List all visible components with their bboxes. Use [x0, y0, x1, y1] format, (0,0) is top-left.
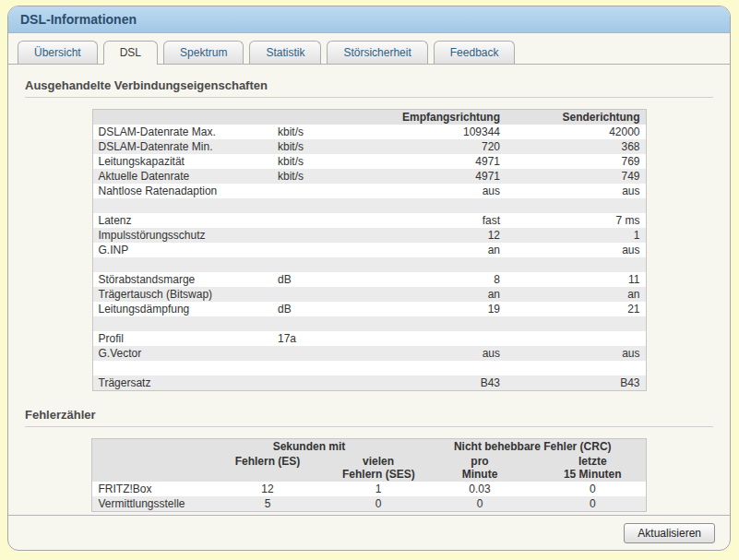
- table-row: FRITZ!Box1210.030: [92, 482, 646, 496]
- cell-unit: 17a: [272, 331, 369, 346]
- cell-unit: [272, 287, 369, 302]
- cell-unit: kbit/s: [272, 169, 369, 184]
- table-row: DSLAM-Datenrate Max.kbit/s10934442000: [92, 125, 646, 139]
- cell-name: Trägersatz: [92, 375, 272, 391]
- cell-name: Latenz: [92, 213, 272, 228]
- cell-value-0: 5: [198, 496, 337, 512]
- tab-dsl[interactable]: DSL: [103, 41, 158, 65]
- cell-unit: [272, 243, 369, 257]
- cell-name: Nahtlose Ratenadaption: [92, 184, 272, 198]
- spacer-row: [92, 361, 646, 375]
- subheader-cell-2: proMinute: [420, 454, 540, 482]
- cell-name: DSLAM-Datenrate Min.: [92, 139, 272, 154]
- content-area: Ausgehandelte Verbindungseigenschaften E…: [8, 65, 730, 515]
- table-row: Trägersatz B43B43: [92, 375, 646, 391]
- header-cell-rx: Empfangsrichtung: [369, 110, 506, 125]
- table-row: G.Vector ausaus: [92, 346, 646, 361]
- header-cell-empty: [272, 110, 369, 125]
- cell-rx: [369, 331, 506, 346]
- section-heading-connection: Ausgehandelte Verbindungseigenschaften: [25, 78, 713, 98]
- connection-table-body: EmpfangsrichtungSenderichtungDSLAM-Daten…: [92, 110, 646, 391]
- spacer-cell: [92, 361, 646, 375]
- subheader-cell-0: Fehlern (ES): [198, 454, 337, 482]
- cell-tx: 749: [506, 169, 646, 184]
- error-group-header-row: Sekunden mitNicht behebbare Fehler (CRC): [92, 439, 646, 455]
- cell-rx: aus: [369, 346, 506, 361]
- cell-name: G.INP: [92, 243, 272, 257]
- cell-rx: 8: [369, 272, 506, 287]
- cell-value-1: 0: [337, 496, 420, 512]
- cell-unit: [272, 184, 369, 198]
- cell-rx: 109344: [369, 125, 506, 139]
- table-row: Impulsstörungsschutz 121: [92, 228, 646, 243]
- error-subheader-row: Fehlern (ES)vielenFehlern (SES)proMinute…: [92, 454, 646, 482]
- cell-name: Profil: [92, 331, 272, 346]
- refresh-button[interactable]: Aktualisieren: [624, 523, 715, 543]
- table-row: Nahtlose Ratenadaption ausaus: [92, 184, 646, 198]
- cell-rx: 720: [369, 139, 506, 154]
- cell-value-2: 0: [420, 496, 540, 512]
- cell-value-3: 0: [540, 482, 646, 496]
- cell-rx: an: [369, 287, 506, 302]
- group-cell-seconds: Sekunden mit: [198, 439, 420, 455]
- table-row: G.INP anaus: [92, 243, 646, 257]
- cell-name: Leitungskapazität: [92, 154, 272, 169]
- tab-bar: ÜbersichtDSLSpektrumStatistikStörsicherh…: [8, 33, 730, 65]
- cell-tx: aus: [506, 346, 646, 361]
- cell-name: Leitungsdämpfung: [92, 302, 272, 316]
- cell-rx: 19: [369, 302, 506, 316]
- group-cell-crc: Nicht behebbare Fehler (CRC): [420, 439, 646, 455]
- spacer-cell: [92, 257, 646, 272]
- cell-tx: 21: [506, 302, 646, 316]
- error-table-body: Sekunden mitNicht behebbare Fehler (CRC)…: [92, 439, 646, 512]
- tab-st-rsicherheit[interactable]: Störsicherheit: [327, 41, 427, 64]
- cell-unit: kbit/s: [272, 139, 369, 154]
- cell-tx: 769: [506, 154, 646, 169]
- table-row: Aktuelle Datenratekbit/s4971749: [92, 169, 646, 184]
- tab--bersicht[interactable]: Übersicht: [18, 41, 98, 64]
- tab-statistik[interactable]: Statistik: [249, 41, 321, 64]
- cell-unit: [272, 228, 369, 243]
- cell-rx: 12: [369, 228, 506, 243]
- cell-unit: [272, 375, 369, 391]
- table-row: Trägertausch (Bitswap) anan: [92, 287, 646, 302]
- subheader-cell-empty: [92, 454, 198, 482]
- cell-rx: 4971: [369, 169, 506, 184]
- cell-unit: kbit/s: [272, 154, 369, 169]
- connection-table: EmpfangsrichtungSenderichtungDSLAM-Daten…: [92, 109, 647, 391]
- cell-name: Trägertausch (Bitswap): [92, 287, 272, 302]
- cell-value-3: 0: [540, 496, 646, 512]
- cell-tx: aus: [506, 243, 646, 257]
- connection-header-row: EmpfangsrichtungSenderichtung: [92, 110, 646, 125]
- cell-rx: an: [369, 243, 506, 257]
- cell-unit: [272, 346, 369, 361]
- titlebar: DSL-Informationen: [8, 6, 730, 33]
- cell-tx: 368: [506, 139, 646, 154]
- cell-rx: 4971: [369, 154, 506, 169]
- spacer-cell: [92, 198, 646, 213]
- tab-feedback[interactable]: Feedback: [434, 41, 516, 64]
- spacer-cell: [92, 316, 646, 331]
- cell-name: Impulsstörungsschutz: [92, 228, 272, 243]
- dsl-informationen-panel: DSL-Informationen ÜbersichtDSLSpektrumSt…: [7, 6, 731, 551]
- cell-tx: aus: [506, 184, 646, 198]
- cell-rx: B43: [369, 375, 506, 391]
- cell-tx: 1: [506, 228, 646, 243]
- tab-spektrum[interactable]: Spektrum: [163, 41, 244, 64]
- error-table: Sekunden mitNicht behebbare Fehler (CRC)…: [91, 438, 646, 512]
- spacer-row: [92, 316, 646, 331]
- cell-value-1: 1: [337, 482, 420, 496]
- subheader-cell-1: vielenFehlern (SES): [337, 454, 420, 482]
- cell-unit: dB: [272, 302, 369, 316]
- cell-tx: 7 ms: [506, 213, 646, 228]
- spacer-row: [92, 198, 646, 213]
- cell-rx: aus: [369, 184, 506, 198]
- cell-value-2: 0.03: [420, 482, 540, 496]
- cell-tx: 11: [506, 272, 646, 287]
- subheader-cell-3: letzte15 Minuten: [540, 454, 646, 482]
- table-row: Vermittlungsstelle5000: [92, 496, 646, 512]
- cell-tx: an: [506, 287, 646, 302]
- table-row: Profil17a: [92, 331, 646, 346]
- spacer-row: [92, 257, 646, 272]
- cell-rx: fast: [369, 213, 506, 228]
